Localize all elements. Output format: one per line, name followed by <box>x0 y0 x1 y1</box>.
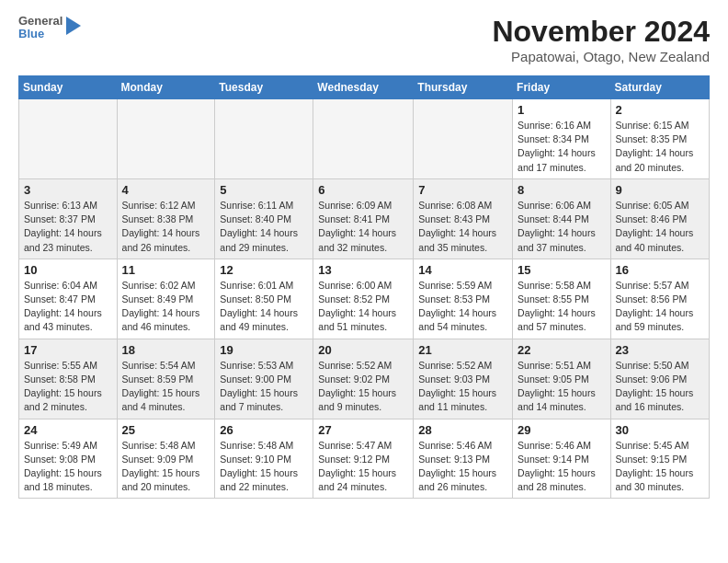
calendar-week-row: 3Sunrise: 6:13 AM Sunset: 8:37 PM Daylig… <box>19 178 710 259</box>
logo-arrow-icon <box>66 17 81 35</box>
calendar-cell: 23Sunrise: 5:50 AM Sunset: 9:06 PM Dayli… <box>610 339 709 419</box>
day-number: 25 <box>122 423 210 437</box>
calendar-cell: 12Sunrise: 6:01 AM Sunset: 8:50 PM Dayli… <box>215 259 313 339</box>
day-number: 2 <box>616 103 704 117</box>
day-number: 18 <box>122 343 210 357</box>
day-number: 8 <box>518 183 606 197</box>
calendar-cell: 9Sunrise: 6:05 AM Sunset: 8:46 PM Daylig… <box>610 178 709 259</box>
day-number: 12 <box>220 263 308 277</box>
day-number: 1 <box>518 103 606 117</box>
calendar-cell: 29Sunrise: 5:46 AM Sunset: 9:14 PM Dayli… <box>513 419 611 499</box>
day-info: Sunrise: 6:11 AM Sunset: 8:40 PM Dayligh… <box>220 199 308 255</box>
day-number: 14 <box>418 263 507 277</box>
day-info: Sunrise: 5:48 AM Sunset: 9:09 PM Dayligh… <box>122 439 210 495</box>
weekday-header-tuesday: Tuesday <box>215 76 313 99</box>
calendar-cell: 28Sunrise: 5:46 AM Sunset: 9:13 PM Dayli… <box>414 419 513 499</box>
day-number: 17 <box>24 343 112 357</box>
day-info: Sunrise: 5:47 AM Sunset: 9:12 PM Dayligh… <box>318 439 408 495</box>
day-info: Sunrise: 5:57 AM Sunset: 8:56 PM Dayligh… <box>616 279 704 335</box>
calendar-cell <box>414 99 513 179</box>
day-number: 26 <box>220 423 308 437</box>
day-number: 27 <box>318 423 408 437</box>
day-info: Sunrise: 5:55 AM Sunset: 8:58 PM Dayligh… <box>24 359 112 415</box>
day-info: Sunrise: 6:08 AM Sunset: 8:43 PM Dayligh… <box>418 199 507 255</box>
day-number: 13 <box>318 263 408 277</box>
calendar-cell: 15Sunrise: 5:58 AM Sunset: 8:55 PM Dayli… <box>513 259 611 339</box>
calendar-cell: 26Sunrise: 5:48 AM Sunset: 9:10 PM Dayli… <box>215 419 313 499</box>
day-info: Sunrise: 6:02 AM Sunset: 8:49 PM Dayligh… <box>122 279 210 335</box>
day-info: Sunrise: 6:09 AM Sunset: 8:41 PM Dayligh… <box>318 199 408 255</box>
calendar-header-row: SundayMondayTuesdayWednesdayThursdayFrid… <box>19 76 710 99</box>
calendar-cell: 7Sunrise: 6:08 AM Sunset: 8:43 PM Daylig… <box>414 178 513 259</box>
day-info: Sunrise: 5:52 AM Sunset: 9:02 PM Dayligh… <box>318 359 408 415</box>
day-number: 30 <box>616 423 704 437</box>
calendar-week-row: 24Sunrise: 5:49 AM Sunset: 9:08 PM Dayli… <box>19 419 710 499</box>
day-info: Sunrise: 6:05 AM Sunset: 8:46 PM Dayligh… <box>616 199 704 255</box>
day-number: 11 <box>122 263 210 277</box>
logo-text: General Blue <box>18 15 63 41</box>
calendar-table: SundayMondayTuesdayWednesdayThursdayFrid… <box>18 75 710 499</box>
page-header: General Blue November 2024 Papatowai, Ot… <box>18 15 710 64</box>
weekday-header-friday: Friday <box>513 76 611 99</box>
day-info: Sunrise: 6:12 AM Sunset: 8:38 PM Dayligh… <box>122 199 210 255</box>
day-info: Sunrise: 6:04 AM Sunset: 8:47 PM Dayligh… <box>24 279 112 335</box>
calendar-cell <box>215 99 313 179</box>
day-info: Sunrise: 6:15 AM Sunset: 8:35 PM Dayligh… <box>616 119 704 175</box>
weekday-header-monday: Monday <box>117 76 215 99</box>
calendar-week-row: 17Sunrise: 5:55 AM Sunset: 8:58 PM Dayli… <box>19 339 710 419</box>
day-number: 16 <box>616 263 704 277</box>
day-info: Sunrise: 6:13 AM Sunset: 8:37 PM Dayligh… <box>24 199 112 255</box>
weekday-header-sunday: Sunday <box>19 76 118 99</box>
day-info: Sunrise: 5:46 AM Sunset: 9:14 PM Dayligh… <box>518 439 606 495</box>
month-title: November 2024 <box>492 15 710 49</box>
calendar-cell: 24Sunrise: 5:49 AM Sunset: 9:08 PM Dayli… <box>19 419 118 499</box>
day-number: 15 <box>518 263 606 277</box>
day-number: 22 <box>518 343 606 357</box>
calendar-cell: 17Sunrise: 5:55 AM Sunset: 8:58 PM Dayli… <box>19 339 118 419</box>
day-number: 6 <box>318 183 408 197</box>
day-info: Sunrise: 6:01 AM Sunset: 8:50 PM Dayligh… <box>220 279 308 335</box>
weekday-header-saturday: Saturday <box>610 76 709 99</box>
calendar-cell: 21Sunrise: 5:52 AM Sunset: 9:03 PM Dayli… <box>414 339 513 419</box>
weekday-header-thursday: Thursday <box>414 76 513 99</box>
day-number: 5 <box>220 183 308 197</box>
calendar-cell: 8Sunrise: 6:06 AM Sunset: 8:44 PM Daylig… <box>513 178 611 259</box>
calendar-cell: 13Sunrise: 6:00 AM Sunset: 8:52 PM Dayli… <box>313 259 414 339</box>
day-number: 3 <box>24 183 112 197</box>
day-info: Sunrise: 5:48 AM Sunset: 9:10 PM Dayligh… <box>220 439 308 495</box>
day-info: Sunrise: 5:59 AM Sunset: 8:53 PM Dayligh… <box>418 279 507 335</box>
calendar-cell: 1Sunrise: 6:16 AM Sunset: 8:34 PM Daylig… <box>513 99 611 179</box>
day-info: Sunrise: 5:45 AM Sunset: 9:15 PM Dayligh… <box>616 439 704 495</box>
calendar-week-row: 10Sunrise: 6:04 AM Sunset: 8:47 PM Dayli… <box>19 259 710 339</box>
calendar-cell: 5Sunrise: 6:11 AM Sunset: 8:40 PM Daylig… <box>215 178 313 259</box>
calendar-cell: 27Sunrise: 5:47 AM Sunset: 9:12 PM Dayli… <box>313 419 414 499</box>
logo-blue: Blue <box>18 28 63 40</box>
day-info: Sunrise: 6:16 AM Sunset: 8:34 PM Dayligh… <box>518 119 606 175</box>
logo: General Blue <box>18 15 81 41</box>
day-number: 7 <box>418 183 507 197</box>
day-info: Sunrise: 5:50 AM Sunset: 9:06 PM Dayligh… <box>616 359 704 415</box>
calendar-cell <box>117 99 215 179</box>
calendar-cell <box>19 99 118 179</box>
calendar-cell: 10Sunrise: 6:04 AM Sunset: 8:47 PM Dayli… <box>19 259 118 339</box>
day-info: Sunrise: 5:58 AM Sunset: 8:55 PM Dayligh… <box>518 279 606 335</box>
calendar-cell: 6Sunrise: 6:09 AM Sunset: 8:41 PM Daylig… <box>313 178 414 259</box>
calendar-cell <box>313 99 414 179</box>
day-info: Sunrise: 5:51 AM Sunset: 9:05 PM Dayligh… <box>518 359 606 415</box>
calendar-cell: 2Sunrise: 6:15 AM Sunset: 8:35 PM Daylig… <box>610 99 709 179</box>
calendar-cell: 20Sunrise: 5:52 AM Sunset: 9:02 PM Dayli… <box>313 339 414 419</box>
day-number: 10 <box>24 263 112 277</box>
calendar-cell: 22Sunrise: 5:51 AM Sunset: 9:05 PM Dayli… <box>513 339 611 419</box>
day-number: 20 <box>318 343 408 357</box>
day-info: Sunrise: 6:06 AM Sunset: 8:44 PM Dayligh… <box>518 199 606 255</box>
weekday-header-wednesday: Wednesday <box>313 76 414 99</box>
day-info: Sunrise: 6:00 AM Sunset: 8:52 PM Dayligh… <box>318 279 408 335</box>
day-info: Sunrise: 5:53 AM Sunset: 9:00 PM Dayligh… <box>220 359 308 415</box>
day-number: 19 <box>220 343 308 357</box>
day-number: 28 <box>418 423 507 437</box>
day-info: Sunrise: 5:49 AM Sunset: 9:08 PM Dayligh… <box>24 439 112 495</box>
logo-general: General <box>18 15 63 28</box>
calendar-cell: 3Sunrise: 6:13 AM Sunset: 8:37 PM Daylig… <box>19 178 118 259</box>
day-number: 29 <box>518 423 606 437</box>
calendar-cell: 18Sunrise: 5:54 AM Sunset: 8:59 PM Dayli… <box>117 339 215 419</box>
